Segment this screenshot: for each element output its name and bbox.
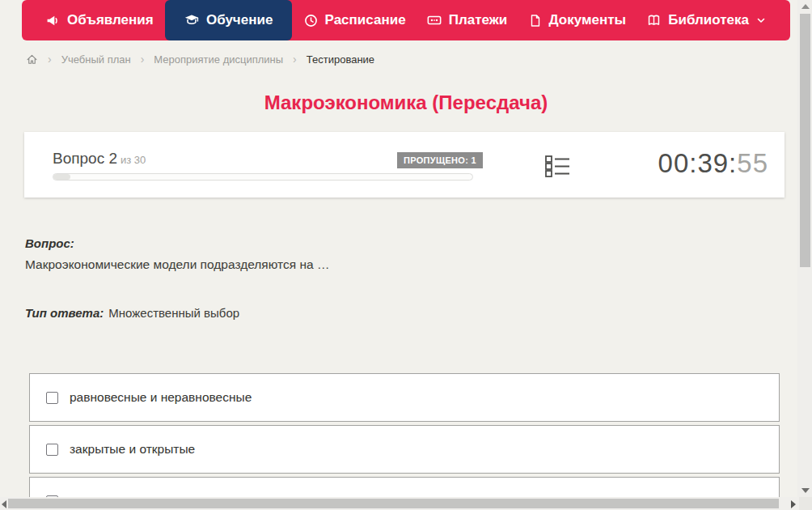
home-icon[interactable]	[26, 53, 38, 66]
breadcrumb-curriculum[interactable]: Учебный план	[61, 53, 131, 66]
nav-item-label: Библиотека	[668, 12, 749, 28]
vertical-scrollbar	[797, 0, 812, 497]
answer-type-label: Тип ответа:	[25, 306, 104, 320]
question-text: Макроэкономические модели подразделяются…	[25, 257, 329, 272]
book-icon	[647, 14, 661, 28]
horizontal-scrollbar	[0, 497, 799, 510]
clock-icon	[304, 14, 318, 28]
breadcrumb-separator: ›	[293, 53, 297, 66]
nav-item-documents[interactable]: Документы	[519, 0, 636, 40]
answer-option[interactable]: равновесные и неравновесные	[29, 373, 780, 422]
nav-item-label: Документы	[549, 12, 627, 28]
nav-item-announcements[interactable]: Объявления	[36, 0, 163, 40]
option-checkbox[interactable]	[46, 392, 58, 404]
skipped-badge: ПРОПУЩЕНО: 1	[397, 152, 483, 168]
nav-item-label: Расписание	[325, 12, 406, 28]
nav-item-label: Платежи	[449, 12, 508, 28]
option-label: равновесные и неравновесные	[70, 390, 252, 405]
nav-item-learning[interactable]: Обучение	[165, 0, 292, 40]
question-total-label: из 30	[121, 154, 146, 166]
nav-item-schedule[interactable]: Расписание	[294, 0, 416, 40]
scroll-up-arrow[interactable]	[801, 4, 810, 9]
answer-type-value: Множественный выбор	[108, 306, 239, 320]
scrollbar-corner	[799, 497, 812, 510]
question-heading: Вопрос:	[25, 236, 74, 250]
breadcrumb-discipline-event[interactable]: Мероприятие дисциплины	[154, 53, 283, 66]
timer-seconds: 55	[737, 148, 768, 178]
scroll-left-arrow[interactable]	[2, 500, 6, 508]
question-number-label: Вопрос 2	[53, 150, 117, 167]
breadcrumb-separator: ›	[141, 53, 145, 66]
megaphone-icon	[46, 14, 60, 28]
option-checkbox[interactable]	[46, 444, 58, 456]
question-progress-fill	[53, 174, 70, 180]
question-number: Вопрос 2из 30	[53, 150, 146, 168]
answer-type: Тип ответа:Множественный выбор	[25, 306, 239, 320]
breadcrumb-separator: ›	[48, 53, 52, 66]
nav-item-library[interactable]: Библиотека	[637, 0, 776, 40]
breadcrumb-testing: Тестирование	[307, 53, 374, 66]
option-label: закрытые и открытые	[70, 442, 195, 457]
horizontal-scrollbar-thumb[interactable]	[8, 499, 779, 508]
question-list-icon[interactable]	[545, 155, 571, 181]
nav-item-payments[interactable]: Платежи	[417, 0, 518, 40]
main-navbar: Объявления Обучение Расписание Платежи Д	[22, 0, 790, 40]
timer: 00:39:55	[658, 148, 768, 179]
graduation-cap-icon	[184, 13, 199, 28]
breadcrumb: › Учебный план › Мероприятие дисциплины …	[26, 50, 374, 68]
timer-main: 00:39:	[658, 148, 738, 178]
nav-item-label: Обучение	[206, 12, 273, 28]
answer-option[interactable]: закрытые и открытые	[29, 425, 780, 474]
question-header-card: Вопрос 2из 30 ПРОПУЩЕНО: 1 00:39:55	[24, 132, 785, 198]
quiz-page: Объявления Обучение Расписание Платежи Д	[0, 0, 812, 510]
scroll-down-arrow[interactable]	[801, 488, 810, 493]
payment-card-icon	[427, 13, 442, 28]
vertical-scrollbar-thumb[interactable]	[800, 14, 810, 267]
document-icon	[529, 14, 542, 28]
page-title: Макроэкономика (Пересдача)	[0, 91, 812, 114]
nav-item-label: Объявления	[67, 12, 154, 28]
answer-options: равновесные и неравновесные закрытые и о…	[29, 373, 780, 510]
question-progress-bar	[53, 173, 473, 181]
scroll-right-arrow[interactable]	[791, 500, 796, 508]
chevron-down-icon	[756, 15, 766, 25]
